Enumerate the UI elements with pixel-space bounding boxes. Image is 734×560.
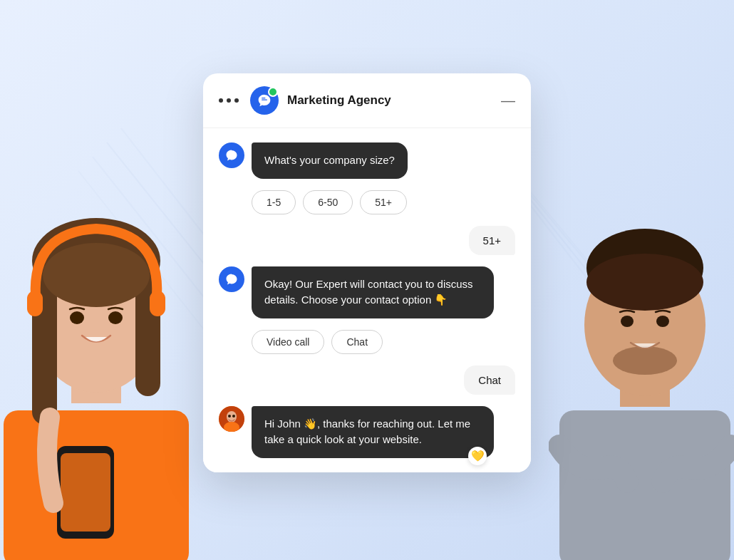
company-size-options: 1-5 6-50 51+ bbox=[219, 190, 515, 214]
option-video-call[interactable]: Video call bbox=[252, 330, 324, 354]
bot-message-1: What's your company size? bbox=[219, 142, 515, 179]
human-avatar-face bbox=[219, 406, 244, 432]
human-message-text: Hi John 👋, thanks for reaching out. Let … bbox=[264, 418, 470, 446]
human-bubble-1: Hi John 👋, thanks for reaching out. Let … bbox=[252, 406, 494, 458]
svg-point-34 bbox=[228, 415, 231, 418]
user-bubble-1: 51+ bbox=[469, 226, 515, 255]
bot-avatar-2 bbox=[219, 266, 244, 292]
menu-dots[interactable] bbox=[219, 98, 239, 103]
bot-message-2: Okay! Our Expert will contact you to dis… bbox=[219, 266, 515, 318]
user-bubble-2: Chat bbox=[464, 365, 515, 395]
person-right bbox=[549, 47, 734, 560]
svg-point-15 bbox=[43, 243, 150, 307]
option-chat[interactable]: Chat bbox=[331, 330, 383, 354]
svg-point-29 bbox=[621, 316, 634, 327]
svg-rect-21 bbox=[61, 453, 110, 532]
svg-point-16 bbox=[70, 311, 84, 324]
chat-body: What's your company size? 1-5 6-50 51+ 5… bbox=[203, 128, 531, 472]
brand-logo bbox=[250, 86, 279, 115]
bot-avatar-1 bbox=[219, 142, 244, 168]
svg-rect-19 bbox=[150, 291, 165, 316]
human-avatar bbox=[219, 406, 244, 432]
chat-widget: Marketing Agency — What's your company s… bbox=[203, 73, 531, 472]
heart-reaction: 💛 bbox=[468, 447, 487, 465]
chat-title: Marketing Agency bbox=[287, 93, 492, 108]
bot-bubble-1: What's your company size? bbox=[252, 142, 408, 179]
minimize-button[interactable]: — bbox=[501, 93, 515, 108]
svg-point-17 bbox=[108, 311, 123, 324]
svg-rect-18 bbox=[27, 291, 43, 316]
user-message-2: Chat bbox=[219, 365, 515, 395]
dot-3 bbox=[234, 98, 239, 103]
dot-2 bbox=[227, 98, 231, 103]
svg-point-30 bbox=[656, 316, 669, 327]
human-message-1: Hi John 👋, thanks for reaching out. Let … bbox=[219, 406, 515, 458]
dot-1 bbox=[219, 98, 223, 103]
bot-avatar-icon-2 bbox=[225, 273, 238, 286]
option-6-50[interactable]: 6-50 bbox=[303, 190, 353, 214]
chat-logo-icon bbox=[257, 93, 272, 108]
option-51plus[interactable]: 51+ bbox=[360, 190, 407, 214]
svg-point-35 bbox=[232, 415, 235, 418]
user-message-1: 51+ bbox=[219, 226, 515, 255]
person-left bbox=[0, 19, 200, 560]
svg-point-27 bbox=[586, 254, 703, 311]
option-1-5[interactable]: 1-5 bbox=[252, 190, 296, 214]
svg-point-28 bbox=[613, 346, 677, 375]
bot-avatar-icon bbox=[225, 149, 238, 162]
chat-header: Marketing Agency — bbox=[203, 73, 531, 128]
svg-rect-23 bbox=[559, 410, 730, 560]
contact-options: Video call Chat bbox=[219, 330, 515, 354]
bot-bubble-2: Okay! Our Expert will contact you to dis… bbox=[252, 266, 494, 318]
